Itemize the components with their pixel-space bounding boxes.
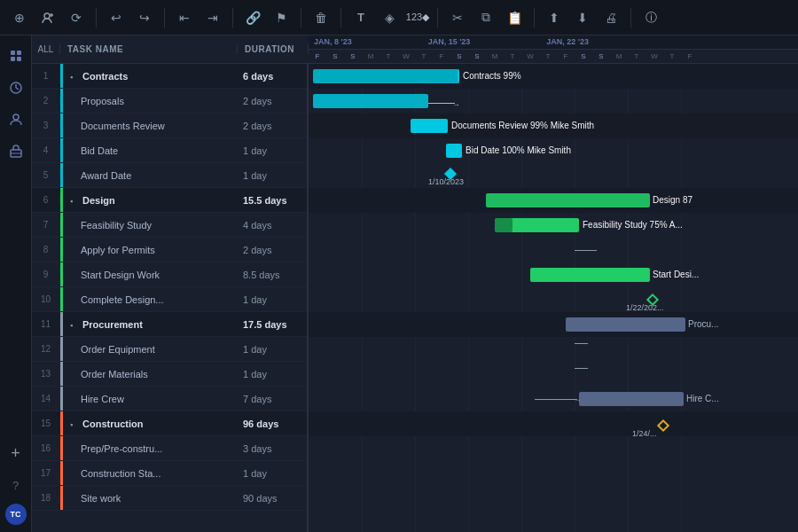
undo-icon[interactable]: ↩ [104,5,129,30]
import-icon[interactable]: ⬇ [570,5,595,30]
sidebar-help-icon[interactable]: ? [3,472,29,498]
duration-5: 1 day [236,170,307,181]
row-num-14: 14 [32,394,60,403]
day-S5: S [575,52,592,60]
expand-icon-1[interactable]: ▪ [70,73,81,82]
bar-proposals[interactable] [313,94,428,108]
milestone-icon[interactable]: 123◆ [405,5,430,30]
duration-10: 1 day [236,294,307,305]
bar-start-design[interactable] [530,268,650,282]
day-T1: T [379,52,397,60]
redo-icon[interactable]: ↪ [132,5,157,30]
avatar[interactable]: TC [5,504,27,525]
gantt-chart: Contracts 99% → Documents Review 99% Mik… [309,64,798,532]
sidebar-home-icon[interactable] [3,43,29,69]
table-row[interactable]: 7 Feasibility Study 4 days [32,213,307,238]
day-M3: M [610,52,628,60]
export-icon[interactable]: ⬆ [542,5,567,30]
duration-16: 3 days [236,443,307,454]
table-row[interactable]: 2 Proposals 2 days [32,89,307,113]
user-add-icon[interactable] [35,5,60,30]
shape-icon[interactable]: ◈ [377,5,402,30]
table-row[interactable]: 12 Order Equipment 1 day [32,337,307,362]
day-W1: W [397,52,415,60]
table-row[interactable]: 8 Apply for Permits 2 days [32,238,307,262]
sidebar-briefcase-icon[interactable] [3,138,29,165]
text-icon[interactable]: T [348,5,373,30]
table-row[interactable]: 15 ▪Construction 96 days [32,411,307,436]
expand-icon-6[interactable]: ▪ [70,197,81,206]
col-all-label[interactable]: ALL [32,44,60,54]
delete-icon[interactable]: 🗑 [309,5,333,30]
table-row[interactable]: 13 Order Materials 1 day [32,362,307,387]
sidebar-bottom: + ? TC [3,440,29,525]
table-row[interactable]: 9 Start Design Work 8.5 days [32,262,307,287]
task-name-7: Feasibility Study [63,220,236,231]
bar-bid-date[interactable] [446,144,462,158]
sidebar-clock-icon[interactable] [3,74,29,101]
link-icon[interactable]: 🔗 [240,5,265,30]
table-row[interactable]: 18 Site work 90 days [32,486,307,511]
duration-3: 2 days [236,121,307,131]
duration-13: 1 day [236,369,307,379]
duration-2: 2 days [236,96,307,106]
day-M2: M [486,52,504,60]
row-num-10: 10 [32,294,60,304]
date-label-bid: 1/10/2023 [428,177,464,186]
table-row[interactable]: 10 Complete Design... 1 day [32,287,307,312]
divider-6 [437,8,438,27]
table-row[interactable]: 1 ▪Contracts 6 days [32,64,307,89]
task-name-18: Site work [63,493,236,504]
row-num-1: 1 [32,71,60,81]
task-name-3: Documents Review [63,121,236,131]
outdent-icon[interactable]: ⇤ [172,5,197,30]
duration-14: 7 days [236,394,307,404]
label-start-design: Start Desi... [653,270,699,279]
scissors-icon[interactable]: ✂ [445,5,470,30]
indent-icon[interactable]: ⇥ [200,5,225,30]
row-num-2: 2 [32,96,60,106]
expand-icon-15[interactable]: ▪ [70,420,81,429]
bar-hire-crew[interactable] [579,392,684,406]
table-row[interactable]: 17 Construction Sta... 1 day [32,461,307,486]
task-name-4: Bid Date [63,145,236,156]
print-icon[interactable]: 🖨 [598,5,623,30]
refresh-icon[interactable]: ⟳ [64,5,89,30]
connector-materials [575,368,588,369]
table-row[interactable]: 5 Award Date 1 day [32,163,307,188]
expand-icon-11[interactable]: ▪ [70,321,81,330]
task-name-12: Order Equipment [63,344,236,355]
copy-icon[interactable]: ⧉ [473,5,498,30]
flag-icon[interactable]: ⚑ [269,5,293,30]
bar-procurement[interactable] [566,317,685,332]
table-row[interactable]: 6 ▪Design 15.5 days [32,188,307,213]
gantt-week-row: JAN, 8 '23 JAN, 15 '23 JAN, 22 '23 [309,35,798,50]
divider-7 [534,8,535,27]
col-duration-label: DURATION [238,44,309,54]
task-name-14: Hire Crew [63,394,236,404]
toolbar: ⊕ ⟳ ↩ ↪ ⇤ ⇥ 🔗 ⚑ 🗑 T ◈ 123◆ ✂ ⧉ 📋 ⬆ ⬇ 🖨 ⓘ [0,0,798,35]
bar-doc-review[interactable] [411,119,448,133]
sidebar-person-icon[interactable] [3,106,29,133]
bar-design[interactable] [486,193,650,207]
row-num-15: 15 [32,419,60,428]
table-row[interactable]: 14 Hire Crew 7 days [32,387,307,411]
week-label-3: JAN, 22 '23 [475,37,594,46]
table-row[interactable]: 16 Prep/Pre-constru... 3 days [32,436,307,461]
day-S4: S [468,52,486,60]
sidebar-add-icon[interactable]: + [3,440,29,466]
day-F3: F [557,52,575,60]
arrow-proposals [428,103,455,104]
row-num-6: 6 [32,195,60,205]
paste-icon[interactable]: 📋 [502,5,527,30]
duration-15: 96 days [236,419,307,429]
task-name-8: Apply for Permits [63,245,236,255]
day-T6: T [663,52,681,60]
day-T4: T [539,52,557,60]
table-row[interactable]: 4 Bid Date 1 day [32,138,307,163]
svg-rect-5 [11,57,15,61]
add-icon[interactable]: ⊕ [7,5,32,30]
table-row[interactable]: 3 Documents Review 2 days [32,113,307,138]
info-icon[interactable]: ⓘ [638,5,663,30]
table-row[interactable]: 11 ▪Procurement 17.5 days [32,312,307,337]
